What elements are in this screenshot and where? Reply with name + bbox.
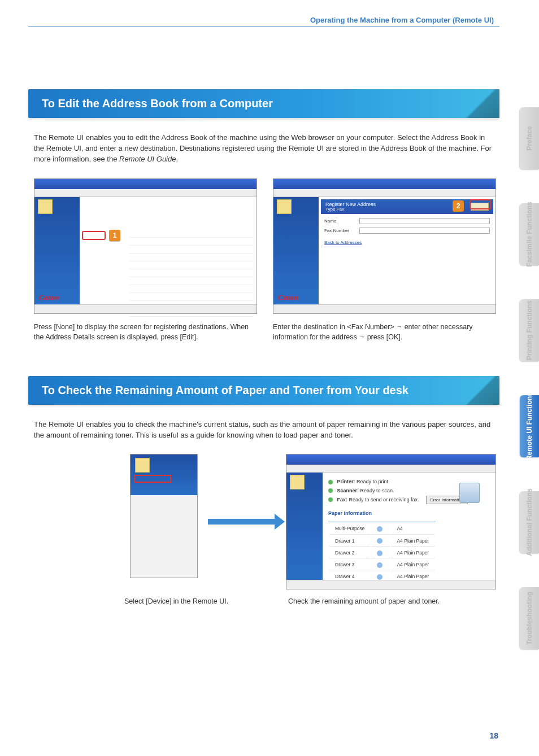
paper-size: A4 xyxy=(397,538,402,544)
printer-icon xyxy=(459,483,480,503)
section1-heading: To Edit the Address Book from a Computer xyxy=(28,89,499,118)
fax-text: Ready to send or receiving fax. xyxy=(349,497,419,502)
paper-info-heading: Paper Information xyxy=(323,505,495,517)
arrow-icon: → xyxy=(396,322,402,331)
tab-label: Preface xyxy=(525,126,533,150)
caption-right-1: Enter the destination in <Fax Number> → … xyxy=(273,322,496,342)
printer-label: Printer: xyxy=(337,479,355,484)
paper-size: A4 xyxy=(397,574,402,579)
remote-ui-guide-ref: Remote UI Guide xyxy=(119,155,176,163)
scanner-label: Scanner: xyxy=(337,488,359,493)
paper-src: Drawer 2 xyxy=(329,548,370,558)
page-header-title: Operating the Machine from a Computer (R… xyxy=(310,16,499,24)
screenshot-device-status: Printer: Ready to print. Scanner: Ready … xyxy=(286,454,496,589)
table-row: Drawer 1A4 Plain Paper xyxy=(329,536,434,547)
paper-src: Drawer 1 xyxy=(329,536,370,547)
fax-label: Fax: xyxy=(337,497,348,502)
status-ok-icon xyxy=(328,497,333,502)
table-row: Multi-PurposeA4 xyxy=(329,523,434,534)
status-ok-icon xyxy=(328,488,333,493)
arrow-icon xyxy=(208,519,276,525)
cap-r-a: Enter the destination in <Fax Number> xyxy=(273,323,396,331)
device-icon xyxy=(277,199,292,214)
paper-icon xyxy=(377,562,382,568)
paper-src: Drawer 3 xyxy=(329,560,370,570)
paper-icon xyxy=(377,574,382,580)
tab-label: Remote UI Functions xyxy=(525,392,533,460)
device-icon xyxy=(135,458,150,473)
paper-table: Multi-PurposeA4 Drawer 1A4 Plain Paper D… xyxy=(328,522,436,584)
paper-type: Plain Paper xyxy=(404,562,429,567)
none-button-highlight xyxy=(82,231,106,240)
caption-left-1: Press [None] to display the screen for r… xyxy=(34,322,257,342)
type-value: Fax xyxy=(337,207,344,212)
fax-number-label: Fax Number xyxy=(324,228,356,234)
paper-type: Plain Paper xyxy=(404,574,429,579)
section-address-book: To Edit the Address Book from a Computer… xyxy=(28,89,499,342)
header-rule xyxy=(28,27,499,27)
name-input[interactable] xyxy=(359,218,490,224)
screenshot-sidebar-device: Canon xyxy=(130,454,198,578)
canon-logo: Canon xyxy=(278,292,298,303)
tab-label: Facsimile Functions xyxy=(525,202,533,266)
tab-printing[interactable]: Printing Functions xyxy=(520,299,539,361)
screenshot-address-list: 1 Canon xyxy=(34,178,257,314)
paper-icon xyxy=(377,538,382,544)
callout-1: 1 xyxy=(109,230,120,241)
section2-heading: To Check the Remaining Amount of Paper a… xyxy=(28,376,499,405)
side-tabs: Preface Facsimile Functions Printing Fun… xyxy=(520,107,539,649)
device-icon xyxy=(38,199,53,214)
intro-text-c: . xyxy=(176,155,178,163)
section2-intro: The Remote UI enables you to check the m… xyxy=(34,419,496,441)
device-link-highlight xyxy=(134,475,171,483)
table-row: Drawer 2A4 Plain Paper xyxy=(329,548,434,558)
arrow-icon: → xyxy=(359,333,365,342)
device-icon xyxy=(290,475,305,490)
fax-number-input[interactable] xyxy=(359,228,490,234)
printer-text: Ready to print. xyxy=(357,479,390,484)
paper-type: Plain Paper xyxy=(404,550,429,556)
table-row: Drawer 3A4 Plain Paper xyxy=(329,560,434,570)
scanner-text: Ready to scan. xyxy=(360,488,394,493)
tab-preface[interactable]: Preface xyxy=(520,107,539,169)
type-label: Type xyxy=(325,207,335,212)
paper-icon xyxy=(377,526,382,532)
cap-r-c: press [OK]. xyxy=(365,333,402,341)
caption-right-2: Check the remaining amount of paper and … xyxy=(288,596,496,606)
tab-label: Additional Functions xyxy=(525,488,533,556)
page-number: 18 xyxy=(489,731,498,740)
tab-label: Troubleshooting xyxy=(525,592,533,645)
tab-facsimile[interactable]: Facsimile Functions xyxy=(520,203,539,265)
tab-label: Printing Functions xyxy=(525,300,533,360)
section-paper-toner: To Check the Remaining Amount of Paper a… xyxy=(28,376,499,607)
section1-intro: The Remote UI enables you to edit the Ad… xyxy=(34,133,496,165)
paper-src: Multi-Purpose xyxy=(329,523,370,534)
canon-logo: Canon xyxy=(39,292,59,303)
paper-type: Plain Paper xyxy=(404,538,429,544)
callout-2: 2 xyxy=(453,200,464,212)
tab-troubleshooting[interactable]: Troubleshooting xyxy=(520,587,539,649)
intro-text-a: The Remote UI enables you to edit the Ad… xyxy=(34,133,492,163)
back-link[interactable]: Back to Addresses xyxy=(319,236,495,250)
status-ok-icon xyxy=(328,480,333,484)
ok-highlight xyxy=(470,199,491,209)
paper-size: A4 xyxy=(397,562,402,567)
paper-icon xyxy=(377,550,382,556)
tab-remote-ui[interactable]: Remote UI Functions xyxy=(520,395,539,457)
screenshot-register-address: Register New Address Type Fax Name xyxy=(273,178,496,314)
paper-size: A4 xyxy=(397,550,402,556)
tab-additional[interactable]: Additional Functions xyxy=(520,491,539,553)
caption-left-2: Select [Device] in the Remote UI. xyxy=(124,596,266,606)
paper-size: A4 xyxy=(391,523,434,534)
name-label: Name xyxy=(324,218,356,225)
